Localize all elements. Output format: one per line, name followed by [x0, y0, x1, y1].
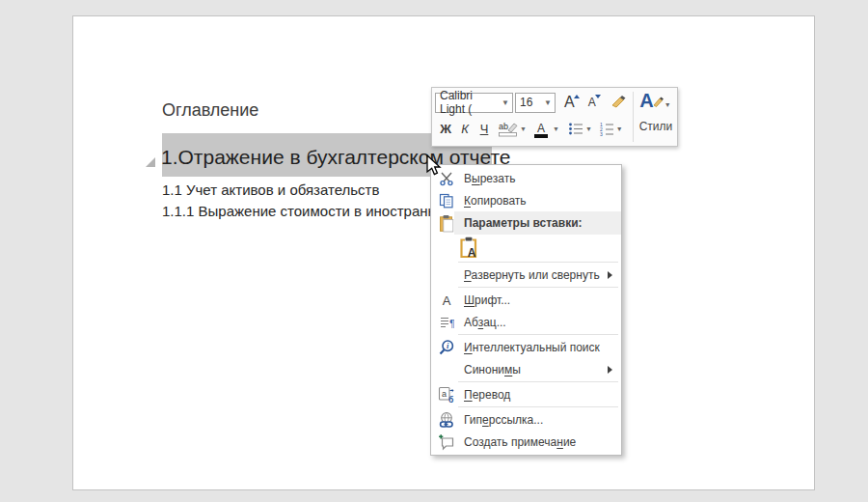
menu-item-label: Копировать	[464, 194, 527, 208]
scissors-icon	[435, 167, 458, 189]
font-color-button[interactable]: А ▼	[534, 122, 560, 135]
menu-item-copy[interactable]: Копировать	[431, 189, 621, 211]
styles-dropdown-icon[interactable]: ▼	[664, 101, 672, 108]
svg-text:a: a	[442, 388, 447, 398]
menu-item-label: Вырезать	[464, 172, 515, 185]
menu-item-label: Синонимы	[464, 363, 521, 376]
bold-button[interactable]: Ж	[438, 122, 453, 136]
svg-text:A: A	[443, 293, 451, 307]
font-icon: A	[435, 289, 458, 311]
smart-lookup-icon: i	[435, 336, 458, 358]
format-painter-button[interactable]	[610, 94, 627, 111]
submenu-arrow-icon	[608, 271, 612, 279]
menu-item-synonyms[interactable]: Синонимы	[431, 358, 621, 380]
toc-subheading-1[interactable]: 1.1 Учет активов и обязательств	[162, 181, 379, 198]
menu-item-label: Создать примечание	[464, 435, 576, 449]
bold-icon: Ж	[440, 122, 451, 136]
menu-item-label: Абзац...	[464, 316, 506, 329]
svg-text:A: A	[468, 246, 476, 260]
menu-item-font[interactable]: AШрифт...	[431, 289, 621, 311]
toc-subheading-2[interactable]: 1.1.1 Выражение стоимости в иностранно	[162, 203, 444, 219]
font-name-combo[interactable]: Calibri Light ( ▼	[435, 93, 513, 113]
underline-button[interactable]: Ч	[476, 122, 492, 136]
mini-toolbar: Calibri Light ( ▼ 16 ▼ A A Ж К Ч	[431, 87, 678, 147]
text-highlight-dropdown-icon[interactable]: ▼	[519, 126, 528, 132]
shrink-font-button[interactable]: A	[588, 96, 602, 109]
menu-separator	[458, 406, 618, 407]
menu-item-label: Гиперссылка...	[464, 413, 543, 427]
menu-separator	[458, 381, 618, 382]
numbering-button[interactable]: 1 2 3 ▼	[599, 122, 624, 136]
menu-item-hyperlink[interactable]: Гиперссылка...	[431, 408, 621, 431]
menu-item-paste-options-header: Параметры вставки:	[431, 211, 621, 235]
text-highlight-icon: ab	[498, 121, 519, 137]
font-name-value: Calibri Light (	[440, 89, 499, 116]
italic-button[interactable]: К	[457, 122, 473, 136]
heading-collapse-triangle-icon[interactable]	[146, 157, 155, 167]
svg-text:¶: ¶	[449, 318, 454, 329]
format-painter-icon	[610, 94, 627, 111]
menu-separator	[458, 334, 618, 335]
menu-item-translate[interactable]: aбПеревод	[431, 383, 621, 405]
italic-icon: К	[461, 122, 469, 136]
font-color-icon: А	[534, 122, 548, 135]
menu-item-cut[interactable]: Вырезать	[431, 167, 621, 189]
font-size-dropdown-icon[interactable]: ▼	[541, 98, 555, 107]
underline-icon: Ч	[480, 122, 489, 136]
font-size-combo[interactable]: 16 ▼	[515, 93, 556, 113]
paste-keep-text-icon: A	[456, 235, 481, 261]
menu-item-new-comment[interactable]: Создать примечание	[431, 431, 621, 453]
font-size-value: 16	[520, 96, 532, 109]
context-menu: ВырезатьКопироватьПараметры вставки:AРаз…	[430, 164, 622, 456]
toc-title[interactable]: Оглавление	[162, 100, 258, 121]
numbering-icon: 1 2 3	[599, 122, 615, 136]
bullets-dropdown-icon[interactable]: ▼	[584, 126, 593, 132]
text-highlight-button[interactable]: ab ▼	[498, 121, 528, 137]
font-name-dropdown-icon[interactable]: ▼	[499, 98, 512, 107]
bullets-button[interactable]: ▼	[568, 122, 593, 136]
menu-item-label: Шрифт...	[464, 293, 510, 307]
menu-item-label: Развернуть или свернуть	[464, 268, 600, 282]
menu-item-expand-collapse[interactable]: Развернуть или свернуть	[431, 264, 621, 286]
svg-text:б: б	[448, 395, 453, 404]
menu-separator	[458, 287, 618, 288]
menu-item-smart-lookup[interactable]: iИнтеллектуальный поиск	[431, 336, 621, 358]
copy-icon	[435, 189, 458, 211]
svg-text:i: i	[447, 341, 449, 350]
menu-item-paste-keep-text[interactable]: A	[431, 235, 621, 261]
paste-options-label: Параметры вставки:	[454, 211, 621, 235]
styles-label: Стили	[634, 120, 678, 133]
menu-item-label: Перевод	[464, 388, 510, 402]
hyperlink-icon	[435, 408, 458, 431]
translate-icon: aб	[435, 383, 458, 405]
bullets-icon	[568, 122, 584, 136]
font-color-dropdown-icon[interactable]: ▼	[552, 126, 560, 132]
new-comment-icon	[435, 431, 458, 453]
svg-text:ab: ab	[499, 122, 508, 131]
svg-text:3: 3	[600, 131, 603, 136]
paragraph-icon: ¶	[435, 311, 458, 333]
grow-font-button[interactable]: A	[564, 94, 581, 111]
submenu-arrow-icon	[608, 366, 612, 374]
clipboard-icon	[435, 211, 458, 235]
menu-item-label: Интеллектуальный поиск	[464, 341, 600, 354]
menu-item-paragraph[interactable]: ¶Абзац...	[431, 311, 621, 333]
styles-button[interactable]: A▼ Стили	[634, 88, 678, 146]
menu-separator	[458, 262, 618, 263]
styles-icon: A▼	[634, 88, 678, 118]
numbering-dropdown-icon[interactable]: ▼	[615, 126, 624, 132]
